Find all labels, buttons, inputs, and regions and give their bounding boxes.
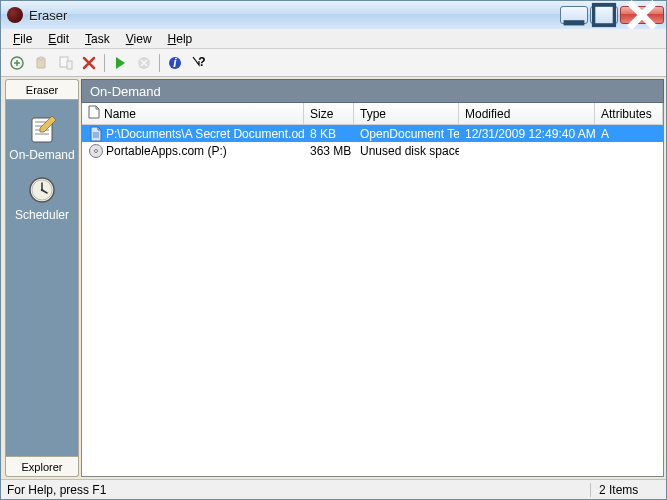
body-area: Eraser On-Demand Scheduler Explorer O xyxy=(1,77,666,479)
column-name[interactable]: Name xyxy=(82,103,304,124)
titlebar[interactable]: Eraser xyxy=(1,1,666,29)
minimize-button[interactable] xyxy=(560,6,588,24)
statusbar: For Help, press F1 2 Items xyxy=(1,479,666,499)
sidebar-item-label: On-Demand xyxy=(9,148,74,162)
app-icon xyxy=(7,7,23,23)
svg-rect-1 xyxy=(594,5,615,26)
notepad-icon xyxy=(26,114,58,146)
main-panel: On-Demand Name Size Type Modified Attrib… xyxy=(81,79,664,477)
listview-rows: P:\Documents\A Secret Document.odt8 KBOp… xyxy=(82,125,663,476)
status-item-count: 2 Items xyxy=(590,483,660,497)
table-row[interactable]: P:\Documents\A Secret Document.odt8 KBOp… xyxy=(82,125,663,142)
new-task-button[interactable] xyxy=(6,52,28,74)
run-button[interactable] xyxy=(109,52,131,74)
toolbar-separator xyxy=(159,54,160,72)
sidebar-item-on-demand[interactable]: On-Demand xyxy=(6,108,78,168)
cell-name: P:\Documents\A Secret Document.odt xyxy=(82,126,304,142)
column-modified[interactable]: Modified xyxy=(459,103,595,124)
file-icon xyxy=(88,126,104,142)
cell-modified: 12/31/2009 12:49:40 AM xyxy=(459,127,595,141)
svg-text:?: ? xyxy=(198,55,205,69)
cell-type: Unused disk space xyxy=(354,144,459,158)
disk-icon xyxy=(88,143,104,159)
sidebar-tab-explorer[interactable]: Explorer xyxy=(5,457,79,477)
app-window: Eraser File Edit Task View Help i ? xyxy=(0,0,667,500)
menu-task[interactable]: Task xyxy=(77,30,118,48)
sidebar-tab-eraser[interactable]: Eraser xyxy=(5,79,79,99)
help-button[interactable]: ? xyxy=(188,52,210,74)
svg-point-14 xyxy=(41,189,43,191)
edit-button[interactable] xyxy=(54,52,76,74)
menu-help[interactable]: Help xyxy=(160,30,201,48)
listview-header: Name Size Type Modified Attributes xyxy=(82,103,663,125)
menu-file[interactable]: File xyxy=(5,30,40,48)
main-header: On-Demand xyxy=(81,79,664,103)
menu-edit[interactable]: Edit xyxy=(40,30,77,48)
menubar: File Edit Task View Help xyxy=(1,29,666,49)
svg-rect-4 xyxy=(39,57,43,60)
sidebar: Eraser On-Demand Scheduler Explorer xyxy=(3,79,81,477)
column-type[interactable]: Type xyxy=(354,103,459,124)
sidebar-item-scheduler[interactable]: Scheduler xyxy=(6,168,78,228)
svg-rect-6 xyxy=(67,61,72,69)
window-title: Eraser xyxy=(29,8,560,23)
cell-attributes: A xyxy=(595,127,663,141)
cell-name: PortableApps.com (P:) xyxy=(82,143,304,159)
cell-type: OpenDocument Text xyxy=(354,127,459,141)
toolbar: i ? xyxy=(1,49,666,77)
toolbar-separator xyxy=(104,54,105,72)
table-row[interactable]: PortableApps.com (P:)363 MBUnused disk s… xyxy=(82,142,663,159)
document-icon xyxy=(88,105,100,122)
menu-view[interactable]: View xyxy=(118,30,160,48)
sidebar-item-label: Scheduler xyxy=(15,208,69,222)
stop-button[interactable] xyxy=(133,52,155,74)
svg-point-16 xyxy=(95,149,98,152)
delete-button[interactable] xyxy=(78,52,100,74)
close-button[interactable] xyxy=(620,6,664,24)
status-help-text: For Help, press F1 xyxy=(7,483,590,497)
cell-size: 363 MB xyxy=(304,144,354,158)
sidebar-body: On-Demand Scheduler xyxy=(5,99,79,457)
paste-button[interactable] xyxy=(30,52,52,74)
listview[interactable]: Name Size Type Modified Attributes P:\Do… xyxy=(81,103,664,477)
svg-rect-0 xyxy=(564,20,585,25)
column-attributes[interactable]: Attributes xyxy=(595,103,663,124)
column-size[interactable]: Size xyxy=(304,103,354,124)
cell-size: 8 KB xyxy=(304,127,354,141)
maximize-button[interactable] xyxy=(590,6,618,24)
clock-icon xyxy=(26,174,58,206)
about-button[interactable]: i xyxy=(164,52,186,74)
